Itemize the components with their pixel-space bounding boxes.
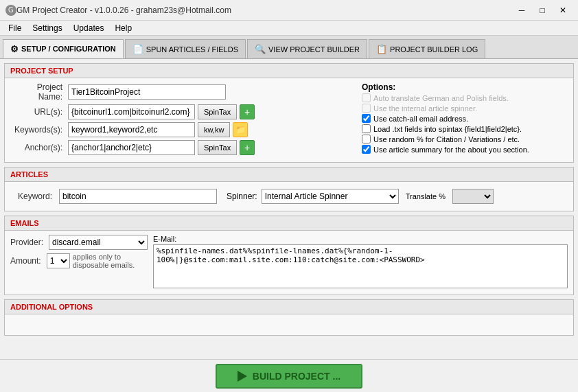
anchors-input[interactable] (68, 140, 195, 155)
option-5-text: Use random % for Citation / Variations /… (373, 135, 520, 143)
option-5-checkbox[interactable] (362, 135, 371, 143)
view-icon: 🔍 (255, 44, 266, 54)
window-controls: ─ □ ✕ (512, 3, 573, 18)
urls-row: URL(s): SpinTax + (10, 104, 355, 119)
option-6-text: Use article summary for the about you se… (373, 146, 529, 154)
spinner-label: Spinner: (227, 192, 257, 201)
menu-settings[interactable]: Settings (27, 22, 67, 34)
build-label: BUILD PROJECT ... (253, 371, 340, 382)
emails-header: EMAILS (5, 216, 573, 231)
tab-spun[interactable]: 📄 SPUN ARTICLES / FIELDS (125, 39, 246, 58)
translate-label: Translate % (403, 192, 448, 200)
option-6-checkbox[interactable] (362, 145, 371, 154)
translate-pct-select[interactable] (452, 189, 494, 204)
option-2-checkbox[interactable] (362, 104, 371, 113)
project-name-label: Project Name: (10, 82, 65, 102)
menu-bar: File Settings Updates Help (0, 21, 578, 36)
anchors-plus-button[interactable]: + (240, 140, 255, 155)
tab-setup-label: SETUP / CONFIGURATION (21, 45, 116, 53)
minimize-button[interactable]: ─ (512, 3, 531, 18)
provider-select[interactable]: discard.emailmailnull.comspamgourmet.com (49, 235, 148, 250)
urls-plus-button[interactable]: + (240, 104, 255, 119)
project-setup-panel: PROJECT SETUP Project Name: URL(s): Spin… (4, 63, 574, 163)
keywords-input[interactable] (68, 122, 195, 137)
articles-content: Keyword: Spinner: Internal Article Spinn… (5, 182, 573, 211)
anchors-spintax-button[interactable]: SpinTax (198, 140, 237, 155)
option-row-3: Use catch-all email address. (362, 114, 568, 123)
menu-updates[interactable]: Updates (68, 22, 110, 34)
option-1-text: Auto translate German and Polish fields. (373, 94, 509, 102)
tab-log[interactable]: 📋 PROJECT BUILDER LOG (369, 39, 485, 58)
option-row-6: Use article summary for the about you se… (362, 145, 568, 154)
project-setup-inner: Project Name: URL(s): SpinTax + Keywords… (10, 82, 568, 158)
amount-select[interactable]: 12345 (47, 253, 70, 268)
option-row-4: Load .txt fields into spintax {field1|fi… (362, 124, 568, 133)
option-4-checkbox[interactable] (362, 124, 371, 133)
menu-file[interactable]: File (3, 22, 27, 34)
maximize-button[interactable]: □ (533, 3, 552, 18)
spinner-select[interactable]: Internal Article SpinnerThe Best Spinner… (262, 189, 399, 204)
project-setup-content: Project Name: URL(s): SpinTax + Keywords… (5, 78, 573, 162)
amount-row: Amount: 12345 applies only to disposable… (10, 253, 148, 269)
title-bar: G GM Project Creator - v1.0.0.26 - graha… (0, 0, 578, 21)
keyword-label: Keyword: (10, 192, 55, 201)
urls-input[interactable] (68, 104, 195, 119)
option-1-checkbox[interactable] (362, 93, 371, 102)
project-form: Project Name: URL(s): SpinTax + Keywords… (10, 82, 355, 158)
menu-help[interactable]: Help (109, 22, 137, 34)
urls-label: URL(s): (10, 107, 65, 117)
app-icon: G (5, 5, 16, 16)
additional-options-title: ADDITIONAL OPTIONS (10, 303, 93, 311)
additional-options-content (5, 314, 573, 335)
email-label: E-Mail: (153, 235, 568, 243)
provider-label: Provider: (10, 238, 46, 247)
emails-layout: Provider: discard.emailmailnull.comspamg… (10, 235, 568, 290)
tab-view[interactable]: 🔍 VIEW PROJECT BUILDER (247, 39, 367, 58)
option-3-checkbox[interactable] (362, 114, 371, 123)
emails-panel: EMAILS Provider: discard.emailmailnull.c… (4, 216, 574, 295)
setup-icon: ⚙ (10, 44, 19, 54)
close-button[interactable]: ✕ (553, 3, 573, 18)
articles-panel: ARTICLES Keyword: Spinner: Internal Arti… (4, 167, 574, 211)
build-project-button[interactable]: BUILD PROJECT ... (216, 364, 362, 389)
tab-bar: ⚙ SETUP / CONFIGURATION 📄 SPUN ARTICLES … (0, 36, 578, 59)
option-row-5: Use random % for Citation / Variations /… (362, 135, 568, 143)
option-row-2: Use the internal article spinner. (362, 104, 568, 113)
window-title: GM Project Creator - v1.0.0.26 - graham2… (16, 5, 512, 15)
project-setup-title: PROJECT SETUP (10, 67, 73, 75)
play-icon (238, 371, 247, 382)
emails-content: Provider: discard.emailmailnull.comspamg… (5, 231, 573, 295)
amount-note: applies only to disposable emails. (73, 253, 148, 269)
options-label: Options: (362, 82, 568, 92)
project-name-input[interactable] (68, 84, 226, 100)
additional-options-panel: ADDITIONAL OPTIONS (4, 299, 574, 336)
options-panel: Options: Auto translate German and Polis… (362, 82, 568, 158)
provider-row: Provider: discard.emailmailnull.comspamg… (10, 235, 148, 250)
tab-view-label: VIEW PROJECT BUILDER (268, 45, 360, 54)
log-icon: 📋 (376, 44, 387, 54)
emails-left: Provider: discard.emailmailnull.comspamg… (10, 235, 148, 290)
project-setup-header: PROJECT SETUP (5, 64, 573, 78)
keyword-input[interactable] (59, 189, 217, 204)
email-textarea[interactable]: %spinfile-names.dat%%spinfile-lnames.dat… (153, 244, 568, 288)
keywords-label: Keywords(s): (10, 125, 65, 135)
tab-setup[interactable]: ⚙ SETUP / CONFIGURATION (3, 39, 124, 58)
emails-right: E-Mail: %spinfile-names.dat%%spinfile-ln… (153, 235, 568, 290)
articles-title: ARTICLES (10, 170, 48, 178)
articles-row: Keyword: Spinner: Internal Article Spinn… (10, 186, 568, 207)
main-content: PROJECT SETUP Project Name: URL(s): Spin… (0, 59, 578, 392)
anchors-row: Anchor(s): SpinTax + (10, 140, 355, 155)
keywords-row: Keywords(s): kw,kw 📁 (10, 122, 355, 137)
urls-spintax-button[interactable]: SpinTax (198, 104, 237, 119)
option-4-text: Load .txt fields into spintax {field1|fi… (373, 125, 522, 133)
tab-log-label: PROJECT BUILDER LOG (390, 45, 478, 54)
build-area: BUILD PROJECT ... (0, 359, 578, 392)
tab-spun-label: SPUN ARTICLES / FIELDS (146, 45, 238, 54)
option-2-text: Use the internal article spinner. (373, 104, 477, 113)
emails-title: EMAILS (10, 219, 39, 227)
keywords-kwkw-button[interactable]: kw,kw (198, 122, 230, 137)
option-row-1: Auto translate German and Polish fields. (362, 93, 568, 102)
keywords-folder-button[interactable]: 📁 (233, 122, 248, 137)
anchors-label: Anchor(s): (10, 143, 65, 152)
amount-label: Amount: (10, 256, 44, 266)
